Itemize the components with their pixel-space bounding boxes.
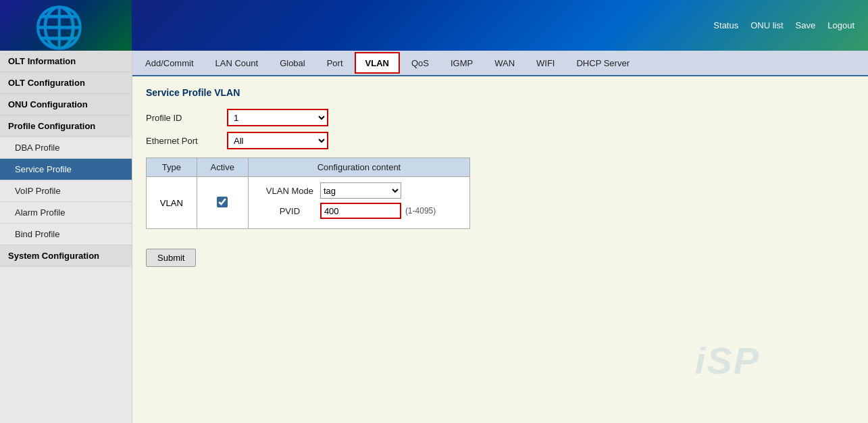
pvid-row: PVID (1-4095)	[259, 203, 459, 219]
ethernet-port-select[interactable]: All 1 2 3 4	[227, 132, 328, 149]
sidebar: OLT Information OLT Configuration ONU Co…	[0, 51, 132, 423]
col-active: Active	[197, 158, 248, 177]
sidebar-item-profile-config[interactable]: Profile Configuration	[0, 116, 132, 137]
tab-bar: Add/Commit LAN Count Global Port VLAN Qo…	[132, 51, 868, 76]
submit-button[interactable]: Submit	[146, 249, 196, 267]
ethernet-port-row: Ethernet Port All 1 2 3 4	[146, 132, 854, 149]
profile-id-row: Profile ID 1 2 3	[146, 109, 854, 126]
ethernet-port-label: Ethernet Port	[146, 136, 227, 146]
config-table: Type Active Configuration content VLAN	[146, 157, 470, 229]
status-link[interactable]: Status	[713, 20, 738, 30]
row-type: VLAN	[147, 177, 197, 229]
sidebar-item-olt-info[interactable]: OLT Information	[0, 51, 132, 72]
vlan-mode-row: VLAN Mode tag transparent trunk	[259, 182, 459, 199]
row-active	[197, 177, 248, 229]
tab-wifi[interactable]: WIFI	[526, 52, 565, 74]
col-config: Configuration content	[248, 158, 469, 177]
tab-lan-count[interactable]: LAN Count	[205, 52, 269, 74]
tab-port[interactable]: Port	[317, 52, 353, 74]
vlan-mode-select[interactable]: tag transparent trunk	[320, 182, 401, 199]
profile-id-select[interactable]: 1 2 3	[227, 109, 328, 126]
profile-id-label: Profile ID	[146, 113, 227, 123]
save-link[interactable]: Save	[796, 20, 816, 30]
sidebar-item-bind-profile[interactable]: Bind Profile	[0, 224, 132, 245]
pvid-input[interactable]	[320, 203, 401, 219]
sidebar-item-service-profile[interactable]: Service Profile	[0, 159, 132, 180]
sidebar-item-system-config[interactable]: System Configuration	[0, 245, 132, 267]
top-header: Status ONU list Save Logout	[0, 0, 868, 51]
active-checkbox[interactable]	[217, 197, 228, 207]
tab-wan[interactable]: WAN	[484, 52, 525, 74]
header-logo	[0, 0, 132, 51]
col-type: Type	[147, 158, 197, 177]
page-area: Service Profile VLAN Profile ID 1 2 3 Et…	[132, 76, 868, 423]
top-nav: Status ONU list Save Logout	[713, 20, 854, 30]
watermark: iSP	[695, 339, 760, 382]
logout-link[interactable]: Logout	[827, 20, 854, 30]
tab-vlan[interactable]: VLAN	[355, 52, 400, 74]
tab-global[interactable]: Global	[270, 52, 315, 74]
sidebar-item-dba-profile[interactable]: DBA Profile	[0, 137, 132, 159]
config-content: VLAN Mode tag transparent trunk PVID	[248, 177, 469, 229]
main-layout: OLT Information OLT Configuration ONU Co…	[0, 51, 868, 423]
main-content: Add/Commit LAN Count Global Port VLAN Qo…	[132, 51, 868, 423]
sidebar-item-alarm-profile[interactable]: Alarm Profile	[0, 202, 132, 224]
pvid-hint: (1-4095)	[405, 206, 436, 216]
sidebar-item-olt-config[interactable]: OLT Configuration	[0, 72, 132, 94]
vlan-mode-label: VLAN Mode	[259, 186, 320, 196]
tab-qos[interactable]: QoS	[401, 52, 439, 74]
sidebar-item-onu-config[interactable]: ONU Configuration	[0, 94, 132, 116]
page-title: Service Profile VLAN	[146, 87, 854, 98]
tab-add-commit[interactable]: Add/Commit	[135, 52, 204, 74]
table-row: VLAN VLAN Mode tag transparent trunk	[147, 177, 470, 229]
onu-list-link[interactable]: ONU list	[750, 20, 783, 30]
pvid-label: PVID	[259, 206, 320, 216]
tab-dhcp-server[interactable]: DHCP Server	[566, 52, 640, 74]
sidebar-item-voip-profile[interactable]: VoIP Profile	[0, 180, 132, 202]
tab-igmp[interactable]: IGMP	[440, 52, 483, 74]
